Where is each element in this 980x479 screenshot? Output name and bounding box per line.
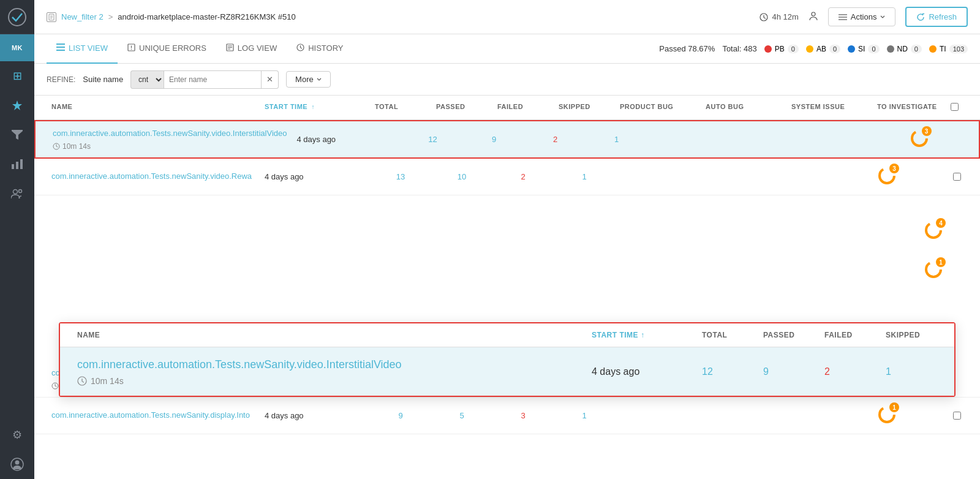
row-4-total: 9 (370, 404, 431, 428)
row-1-start-time: 4 days ago (292, 127, 402, 151)
col-system-issue: SYSTEM ISSUE (786, 96, 872, 119)
row-2-checkbox-cell (946, 168, 968, 186)
col-product-bug: PRODUCT BUG (615, 96, 701, 119)
actions-button[interactable]: Actions (828, 7, 896, 26)
tab-unique-errors-label: UNIQUE ERRORS (139, 43, 206, 53)
row-1-total: 12 (402, 127, 464, 151)
user-icon[interactable] (809, 11, 818, 23)
tooltip-col-passed: PASSED (758, 323, 820, 347)
row-1-badge-count: 3 (922, 126, 932, 136)
tooltip-failed: 2 (820, 356, 881, 387)
row-1-name-link[interactable]: com.inneractive.automation.Tests.newSani… (53, 128, 287, 139)
row-4-system-issue (786, 409, 872, 423)
tab-list-view[interactable]: LIST VIEW (47, 34, 118, 64)
pb-stat: PB 0 (764, 45, 799, 53)
tooltip-name-cell: com.inneractive.automation.Tests.newSani… (72, 347, 587, 396)
row-1-failed: 2 (525, 127, 586, 151)
launch-icon[interactable] (0, 91, 34, 120)
more-filters-button[interactable]: More (286, 71, 331, 88)
tooltip-col-skipped: SKIPPED (881, 323, 942, 347)
row-4-failed: 3 (492, 404, 554, 428)
pb-label: PB (775, 45, 785, 53)
ti-count: 103 (949, 45, 968, 53)
more-label: More (295, 75, 314, 84)
breadcrumb-filter-link[interactable]: New_filter 2 (61, 12, 104, 21)
tab-history-label: HISTORY (308, 43, 343, 53)
breadcrumb: New_filter 2 > android-marketplace-maste… (47, 12, 760, 22)
row-4-checkbox[interactable] (953, 412, 961, 420)
row-2-ti-badge[interactable]: 3 (877, 166, 897, 186)
svg-point-13 (812, 12, 815, 16)
ab-dot (806, 45, 813, 53)
suite-name-label: Suite name (83, 75, 123, 84)
right-badge-1[interactable]: 4 (924, 221, 943, 240)
user-profile-icon[interactable] (0, 450, 34, 479)
row-2-badge-count: 3 (889, 164, 899, 173)
row-4-ti-badge[interactable]: 1 (877, 405, 897, 424)
row-2-skipped: 1 (554, 165, 615, 189)
passed-percentage: Passed 78.67% (659, 44, 715, 53)
svg-rect-17 (56, 43, 65, 45)
row-1-checkbox-cell (978, 130, 981, 148)
col-to-investigate: TO INVESTIGATE (872, 96, 946, 119)
ab-label: AB (816, 45, 826, 53)
total-count: Total: 483 (722, 44, 756, 53)
table-content[interactable]: NAME START TIME ↑ TOTAL PASSED FAILED SK… (34, 96, 980, 479)
filter-clear-button[interactable]: ✕ (262, 70, 279, 89)
row-1-ti-badge[interactable]: 3 (910, 129, 929, 148)
analytics-icon[interactable] (0, 149, 34, 179)
sidebar-bottom: ⚙ (0, 420, 34, 479)
si-count: 0 (868, 45, 879, 53)
row-1-product-bug (647, 132, 733, 147)
filter-bar: REFINE: Suite name cnt eq not ✕ More (34, 64, 980, 96)
app-logo (0, 0, 34, 34)
filter-condition-select[interactable]: cnt eq not (130, 70, 164, 89)
row-4-checkbox-cell (946, 407, 968, 424)
row-2-name-link[interactable]: com.inneractive.automation.Tests.newSani… (51, 171, 255, 182)
elapsed-time-value: 4h 12m (772, 12, 798, 21)
row-1-auto-bug (733, 132, 819, 147)
dashboard-icon[interactable]: ⊞ (0, 61, 34, 91)
tab-unique-errors[interactable]: UNIQUE ERRORS (118, 34, 216, 64)
tab-log-view[interactable]: LOG VIEW (216, 34, 287, 64)
tooltip-duration-value: 10m 14s (91, 376, 124, 386)
row-2-name-cell: com.inneractive.automation.Tests.newSani… (47, 165, 260, 188)
log-icon (226, 43, 234, 53)
tooltip-col-start-time: START TIME ↑ (587, 323, 697, 347)
people-icon[interactable] (0, 179, 34, 208)
row-2-total: 13 (370, 165, 431, 189)
history-icon (296, 43, 304, 53)
tooltip-total: 12 (697, 356, 758, 387)
tooltip-name[interactable]: com.inneractive.automation.Tests.newSani… (77, 357, 582, 372)
col-passed: PASSED (431, 96, 492, 119)
row-4-passed: 5 (431, 404, 492, 428)
nd-stat: ND 0 (887, 45, 922, 53)
select-all-checkbox[interactable] (951, 103, 959, 111)
filter-name-input[interactable] (164, 70, 262, 89)
tooltip-duration: 10m 14s (77, 376, 582, 386)
row-2-to-investigate: 3 (872, 159, 946, 195)
row-1-duration-value: 10m 14s (62, 142, 91, 151)
si-label: SI (858, 45, 865, 53)
nd-dot (887, 45, 894, 53)
tooltip-skipped: 1 (881, 356, 942, 387)
settings-icon[interactable]: ⚙ (0, 420, 34, 450)
tooltip-row: com.inneractive.automation.Tests.newSani… (60, 347, 954, 396)
row-4-name-link[interactable]: com.inneractive.automation.Tests.newSani… (51, 410, 255, 421)
row-2-checkbox[interactable] (953, 173, 961, 181)
right-badge-2[interactable]: 1 (924, 260, 943, 279)
row-4-to-investigate: 1 (872, 398, 946, 434)
col-auto-bug: AUTO BUG (701, 96, 786, 119)
refresh-button[interactable]: Refresh (905, 7, 968, 27)
chevron-down-icon (317, 78, 322, 81)
right-badge-1-count: 4 (936, 218, 946, 228)
svg-point-0 (9, 9, 26, 26)
svg-rect-3 (20, 159, 23, 169)
ab-count: 0 (829, 45, 840, 53)
col-start-time[interactable]: START TIME ↑ (260, 96, 370, 119)
tab-log-view-label: LOG VIEW (238, 43, 277, 53)
user-avatar[interactable]: MK (0, 34, 34, 61)
si-dot (848, 45, 855, 53)
tab-history[interactable]: HISTORY (287, 34, 353, 64)
filter-icon[interactable] (0, 120, 34, 149)
